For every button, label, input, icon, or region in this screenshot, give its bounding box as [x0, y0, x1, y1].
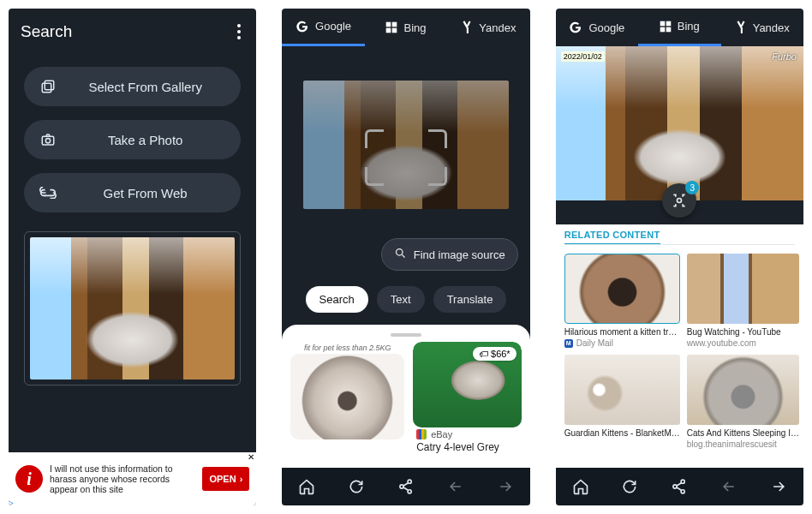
- crop-handle-bl[interactable]: [365, 167, 384, 186]
- selected-image-preview[interactable]: [24, 231, 241, 386]
- find-image-source-button[interactable]: Find image source: [381, 238, 518, 271]
- related-card[interactable]: Cats And Kittens Sleeping I… blog.theani…: [687, 355, 799, 449]
- tab-label: Google: [315, 20, 351, 33]
- screen-google-lens: Google Bing Yandex Find image source: [282, 9, 529, 505]
- nav-forward-icon[interactable]: [763, 471, 794, 502]
- visual-search-crop-button[interactable]: 3: [662, 183, 696, 218]
- tab-label: Bing: [678, 20, 700, 33]
- svg-point-3: [45, 139, 50, 143]
- select-from-gallery-button[interactable]: Select From Gallery: [24, 67, 241, 106]
- tab-yandex[interactable]: Yandex: [721, 9, 803, 46]
- nav-share-icon[interactable]: [664, 471, 695, 502]
- crop-handle-tr[interactable]: [428, 129, 447, 148]
- take-photo-button[interactable]: Take a Photo: [24, 120, 241, 159]
- ad-cta-label: OPEN: [209, 474, 236, 484]
- button-label: Take a Photo: [82, 133, 225, 147]
- related-image: [687, 254, 799, 324]
- nav-back-icon[interactable]: [440, 471, 471, 502]
- ad-close-icon[interactable]: ✕: [248, 452, 254, 462]
- gallery-icon: [39, 79, 57, 94]
- watermark-brand: Furbo: [772, 51, 797, 62]
- svg-point-11: [408, 490, 411, 493]
- result-image: [290, 354, 404, 439]
- tab-label: Yandex: [753, 21, 790, 34]
- get-from-web-button[interactable]: Get From Web: [24, 173, 241, 212]
- related-source: MDaily Mail: [564, 338, 680, 348]
- related-title: Bug Watching - YouTube: [687, 327, 799, 337]
- nav-refresh-icon[interactable]: [341, 471, 372, 502]
- svg-rect-12: [660, 21, 665, 26]
- camera-icon: [39, 132, 57, 147]
- lens-body: Find image source Search Text Translate …: [282, 46, 529, 505]
- related-card[interactable]: Bug Watching - YouTube www.youtube.com: [687, 254, 799, 348]
- header: Search: [9, 9, 256, 60]
- adchoices-icon[interactable]: ▷: [9, 498, 14, 505]
- related-image: [564, 355, 680, 425]
- yandex-icon: [735, 21, 747, 34]
- source-icon: M: [564, 339, 573, 348]
- crop-handle-br[interactable]: [428, 167, 447, 186]
- related-sheet: RELATED CONTENT Hilarious moment a kitte…: [556, 224, 803, 505]
- tab-bing[interactable]: Bing: [365, 9, 447, 46]
- bing-icon: [385, 21, 397, 33]
- tab-google[interactable]: Google: [556, 9, 638, 46]
- ad-banner[interactable]: i I will not use this information to har…: [9, 452, 256, 505]
- overflow-menu-icon[interactable]: [234, 21, 244, 43]
- nav-home-icon[interactable]: [291, 471, 322, 502]
- chevron-right-icon: ›: [240, 474, 243, 484]
- result-title: Catry 4-level Grey: [413, 441, 522, 457]
- ad-open-button[interactable]: OPEN ›: [202, 467, 249, 491]
- nav-forward-icon[interactable]: [490, 471, 521, 502]
- lens-mode-chips: Search Text Translate: [306, 286, 507, 313]
- chip-translate[interactable]: Translate: [433, 286, 507, 313]
- button-label: Select From Gallery: [82, 80, 225, 94]
- search-engine-tabs: Google Bing Yandex: [556, 9, 803, 46]
- svg-rect-6: [386, 28, 391, 33]
- nav-refresh-icon[interactable]: [614, 471, 645, 502]
- watermark-date: 2022/01/02: [561, 51, 605, 62]
- query-image[interactable]: 2022/01/02 Furbo: [556, 46, 803, 200]
- svg-rect-0: [45, 81, 54, 90]
- result-source: eBay: [413, 427, 522, 441]
- nav-home-icon[interactable]: [565, 471, 596, 502]
- screen-search-home: Search Select From Gallery Take a Photo …: [9, 9, 256, 505]
- svg-rect-15: [666, 27, 671, 32]
- related-heading: RELATED CONTENT: [564, 224, 660, 245]
- svg-rect-5: [392, 22, 397, 27]
- button-label: Find image source: [414, 248, 505, 261]
- ebay-icon: [416, 429, 427, 439]
- tag-icon: 🏷: [479, 349, 488, 359]
- svg-rect-13: [666, 21, 671, 26]
- search-engine-tabs: Google Bing Yandex: [282, 9, 529, 46]
- source-label: eBay: [431, 429, 452, 439]
- svg-point-18: [681, 480, 684, 483]
- page-title: Search: [21, 22, 72, 41]
- tab-bing[interactable]: Bing: [638, 9, 720, 46]
- chip-search[interactable]: Search: [306, 286, 368, 313]
- related-title: Hilarious moment a kitten tr…: [564, 327, 680, 337]
- tab-label: Yandex: [479, 21, 516, 34]
- related-card[interactable]: Guardian Kittens - BlanketM…: [564, 355, 680, 449]
- nav-share-icon[interactable]: [391, 471, 421, 502]
- svg-point-10: [408, 480, 411, 483]
- ad-text: I will not use this information to haras…: [50, 463, 195, 494]
- svg-rect-2: [42, 136, 54, 145]
- tab-yandex[interactable]: Yandex: [447, 9, 529, 46]
- bing-icon: [660, 21, 672, 33]
- info-icon: i: [15, 465, 43, 493]
- nav-back-icon[interactable]: [713, 471, 744, 502]
- crop-handle-tl[interactable]: [365, 129, 384, 148]
- result-card[interactable]: 🏷 $66* eBay Catry 4-level Grey: [413, 342, 522, 457]
- tab-google[interactable]: Google: [282, 9, 364, 46]
- result-card[interactable]: fit for pet less than 2.5KG: [290, 342, 404, 457]
- chip-text[interactable]: Text: [377, 286, 425, 313]
- related-source: www.youtube.com: [687, 338, 799, 348]
- drag-handle-icon[interactable]: [391, 333, 421, 337]
- price-value: $66*: [491, 349, 510, 359]
- bottom-nav: [282, 468, 529, 505]
- related-card[interactable]: Hilarious moment a kitten tr… MDaily Mai…: [564, 254, 680, 348]
- yandex-icon: [461, 21, 473, 34]
- svg-point-16: [678, 199, 682, 203]
- svg-rect-4: [386, 22, 391, 27]
- query-image-crop-area[interactable]: [303, 81, 509, 209]
